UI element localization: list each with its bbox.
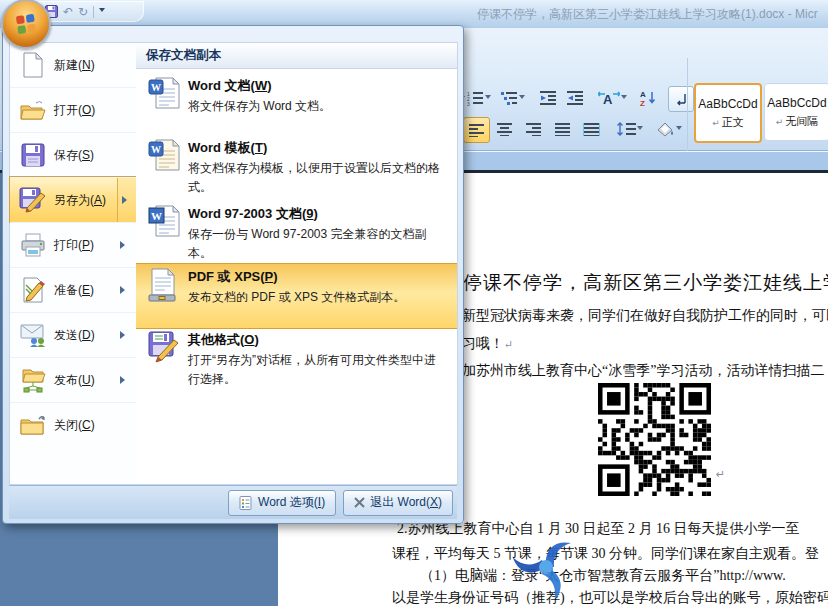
submenu-arrow-icon xyxy=(120,376,129,384)
office-menu-footer: Word 选项(I) 退出 Word(X) xyxy=(9,485,457,519)
submenu-item-pdf-xps[interactable]: PDF 或 XPS(P) 发布文档的 PDF 或 XPS 文件格式副本。 xyxy=(136,263,457,329)
submenu-header: 保存文档副本 xyxy=(136,43,457,69)
doc-line: （1）电脑端：登录“太仓市智慧教育云服务平台”http://www. xyxy=(420,567,786,585)
undo-icon[interactable]: ↶ xyxy=(63,6,73,18)
qat-separator xyxy=(93,6,94,18)
submenu-arrow-icon xyxy=(120,241,129,249)
redo-icon[interactable]: ↻ xyxy=(78,6,88,18)
svg-text:W: W xyxy=(151,210,162,222)
decrease-indent-icon xyxy=(540,91,556,105)
pilcrow-icon: ↵ xyxy=(712,118,720,128)
submenu-item-word-97-2003[interactable]: W Word 97-2003 文档(9) 保存一份与 Word 97-2003 … xyxy=(136,201,457,266)
style-card-normal[interactable]: AaBbCcDd ↵正文 xyxy=(694,83,762,143)
distribute-icon xyxy=(583,123,600,136)
multilevel-list-icon xyxy=(501,91,518,106)
menu-item-print[interactable]: 打印(P) xyxy=(10,222,136,267)
pdf-xps-icon xyxy=(148,268,178,306)
decrease-indent-button[interactable] xyxy=(536,86,560,110)
other-formats-icon xyxy=(148,331,180,367)
submenu-item-other-formats[interactable]: 其他格式(O) 打开“另存为”对话框，从所有可用文件类型中进行选择。 xyxy=(136,327,457,392)
submenu-arrow-icon xyxy=(122,196,131,204)
menu-item-new[interactable]: 新建(N) xyxy=(10,43,136,87)
window-title: 停课不停学，高新区第三小学娄江娃线上学习攻略(1).docx - Micr xyxy=(477,6,818,23)
shading-button[interactable] xyxy=(652,117,686,141)
align-center-icon xyxy=(497,123,512,136)
save-icon xyxy=(18,143,48,167)
svg-text:W: W xyxy=(151,144,161,155)
submenu-item-word-template[interactable]: W Word 模板(T) 将文档保存为模板，以便用于设置以后文档的格式。 xyxy=(136,135,457,200)
character-scaling-button[interactable]: A xyxy=(594,86,630,110)
align-left-icon xyxy=(469,124,484,137)
sort-button[interactable]: A Z xyxy=(636,86,660,110)
menu-item-save-as[interactable]: 另存为(A) xyxy=(10,177,136,222)
increase-indent-icon xyxy=(567,91,583,105)
office-button[interactable] xyxy=(1,0,51,49)
menu-item-send[interactable]: 发送(D) xyxy=(10,312,136,357)
office-menu: 新建(N) 打开(O) 保存(S) 另存为(A) 打 xyxy=(2,25,464,524)
character-scaling-icon: A xyxy=(598,90,620,106)
send-icon xyxy=(18,323,48,347)
open-folder-icon xyxy=(18,99,48,121)
office-menu-left-column: 新建(N) 打开(O) 保存(S) 另存为(A) 打 xyxy=(9,42,137,485)
doc-line: 习哦！↵ xyxy=(462,335,513,353)
style-card-no-spacing[interactable]: AaBbCcDd ↵无间隔 xyxy=(764,83,828,141)
save-as-submenu: 保存文档副本 W Word 文档(W) 将文件保存为 Word 文档。 W Wo… xyxy=(136,42,458,485)
doc-line: 新型冠状病毒来袭，同学们在做好自我防护工作的同时，可以 xyxy=(462,307,828,325)
show-marks-button[interactable] xyxy=(668,86,694,112)
save-as-icon xyxy=(18,187,48,213)
line-spacing-icon xyxy=(616,122,636,136)
svg-text:3: 3 xyxy=(467,101,470,106)
svg-text:Z: Z xyxy=(640,99,645,106)
submenu-item-word-document[interactable]: W Word 文档(W) 将文件保存为 Word 文档。 xyxy=(136,73,457,120)
doc-title-line: 停课不停学，高新区第三小学娄江娃线上学 xyxy=(463,270,828,296)
numbering-icon: 1 2 3 xyxy=(467,91,484,106)
sort-icon: A Z xyxy=(640,90,656,106)
office-logo-icon xyxy=(16,14,36,34)
close-folder-icon xyxy=(18,414,48,436)
paint-bucket-icon xyxy=(657,122,675,137)
align-left-button[interactable] xyxy=(463,117,490,143)
doc-line: 以是学生身份证号码（推荐)，也可以是学校后台导出的账号，原始密码 xyxy=(392,589,828,606)
print-icon xyxy=(18,233,48,257)
close-x-icon xyxy=(354,497,365,508)
menu-item-publish[interactable]: 发布(U) xyxy=(10,357,136,402)
submenu-arrow-icon xyxy=(120,331,129,339)
word-options-icon xyxy=(239,496,253,510)
svg-text:W: W xyxy=(151,82,161,93)
watermark-swirl-logo xyxy=(505,536,587,598)
submenu-arrow-icon xyxy=(120,286,129,294)
numbering-button[interactable]: 1 2 3 xyxy=(466,86,492,110)
align-right-icon xyxy=(526,123,541,136)
quick-access-toolbar: ↶ ↻ xyxy=(38,1,144,22)
return-mark-icon: ↵ xyxy=(504,338,513,350)
menu-item-open[interactable]: 打开(O) xyxy=(10,87,136,132)
qr-code[interactable] xyxy=(598,383,711,496)
pilcrow-icon: ↵ xyxy=(776,117,784,127)
doc-line: 课程，平均每天 5 节课，每节课 30 分钟。同学们课在家自主观看。登 xyxy=(392,545,819,563)
increase-indent-button[interactable] xyxy=(563,86,587,110)
justify-button[interactable] xyxy=(550,117,575,141)
word-97-2003-icon: W xyxy=(148,205,180,243)
word-options-button[interactable]: Word 选项(I) xyxy=(228,490,336,516)
exit-word-button[interactable]: 退出 Word(X) xyxy=(343,490,453,516)
publish-icon xyxy=(18,367,48,393)
new-document-icon xyxy=(18,52,48,78)
customize-qat-icon[interactable] xyxy=(99,8,105,15)
word-template-icon: W xyxy=(148,139,180,177)
menu-item-save[interactable]: 保存(S) xyxy=(10,132,136,177)
multilevel-list-button[interactable] xyxy=(500,86,526,110)
word-document-icon: W xyxy=(148,77,180,115)
doc-line: 加苏州市线上教育中心“冰雪季”学习活动，活动详情扫描二 xyxy=(462,362,824,380)
menu-item-prepare[interactable]: 准备(E) xyxy=(10,267,136,312)
return-mark-icon: ↵ xyxy=(716,468,725,481)
menu-item-close[interactable]: 关闭(C) xyxy=(10,402,136,447)
prepare-icon xyxy=(18,277,48,303)
svg-text:A: A xyxy=(640,90,646,99)
distribute-button[interactable] xyxy=(579,117,604,141)
align-center-button[interactable] xyxy=(492,117,517,141)
justify-icon xyxy=(555,123,570,136)
align-right-button[interactable] xyxy=(521,117,546,141)
paragraph-mark-icon xyxy=(675,93,687,106)
line-spacing-button[interactable] xyxy=(612,117,646,141)
